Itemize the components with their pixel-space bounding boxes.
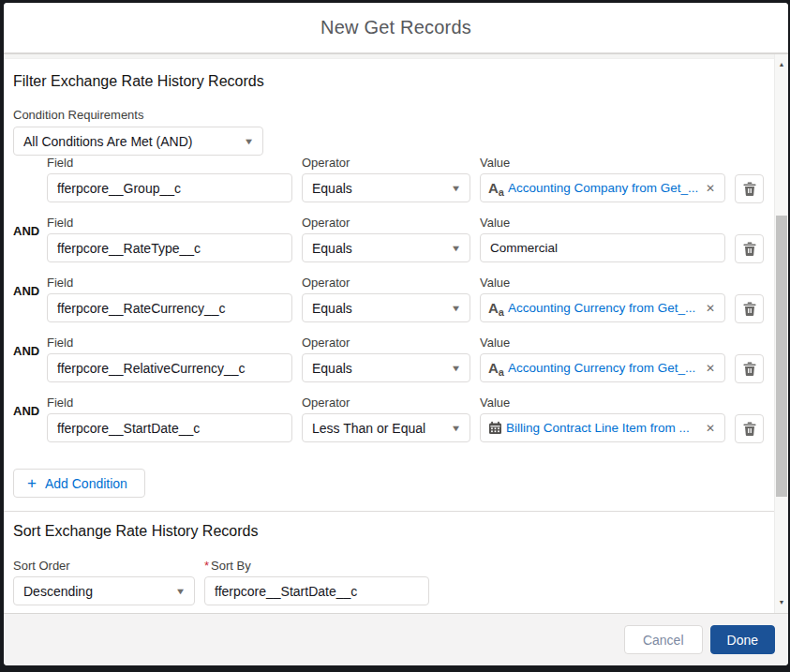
chevron-down-icon: ▼: [451, 244, 462, 253]
trash-icon: [743, 302, 756, 316]
field-value: fferpcore__Group__c: [57, 181, 181, 196]
operator-value: Equals: [312, 181, 444, 196]
and-column: [13, 156, 47, 162]
text-type-icon: Aa: [486, 181, 504, 196]
value-text: Billing Contract Line Item from ...: [502, 421, 698, 435]
remove-value-button[interactable]: ✕: [704, 421, 717, 436]
operator-select[interactable]: Equals ▼: [302, 353, 470, 382]
calendar-icon: [486, 421, 502, 435]
chevron-down-icon: ▼: [451, 364, 462, 373]
conditions-list: Field fferpcore__Group__c Operator Equal…: [13, 156, 765, 443]
condition-and-label: AND: [13, 404, 39, 418]
condition-row: AND Field fferpcore__StartDate__c Operat…: [13, 396, 765, 443]
add-condition-button[interactable]: + Add Condition: [13, 469, 145, 498]
value-input[interactable]: Aa Billing Contract Line Item from ...: [480, 413, 725, 442]
chevron-down-icon: ▼: [451, 424, 462, 433]
value-column-label: Value: [480, 216, 725, 230]
field-input[interactable]: fferpcore__RelativeCurrency__c: [47, 353, 292, 382]
operator-select[interactable]: Less Than or Equal ▼: [302, 413, 470, 442]
delete-condition-button[interactable]: [735, 414, 764, 443]
delete-condition-button[interactable]: [735, 174, 764, 203]
text-type-icon: Aa: [486, 301, 504, 316]
value-input[interactable]: Aa Accounting Currency from Get_...: [480, 353, 725, 382]
field-column-label: Field: [47, 396, 292, 410]
close-icon: ✕: [706, 302, 715, 315]
condition-requirements-select[interactable]: All Conditions Are Met (AND) ▼: [13, 127, 263, 156]
cancel-button[interactable]: Cancel: [624, 625, 703, 654]
condition-and-label: AND: [13, 284, 39, 298]
and-column: AND: [13, 396, 47, 419]
value-input[interactable]: Aa Commercial ✕: [480, 233, 725, 262]
trash-icon: [743, 422, 756, 436]
condition-row: AND Field fferpcore__RateCurrency__c Ope…: [13, 276, 765, 323]
remove-value-button[interactable]: ✕: [704, 301, 717, 316]
chevron-down-icon: ▼: [175, 587, 186, 596]
sort-by-input[interactable]: fferpcore__StartDate__c: [204, 576, 429, 605]
sort-by-label: *Sort By: [204, 559, 251, 573]
and-column: AND: [13, 216, 47, 239]
vertical-scrollbar[interactable]: ▲ ▼: [774, 54, 788, 613]
value-text: Accounting Currency from Get_...: [504, 361, 698, 375]
modal-header: New Get Records: [4, 3, 788, 54]
and-column: AND: [13, 276, 47, 299]
close-icon: ✕: [706, 422, 715, 435]
sort-order-select[interactable]: Descending ▼: [13, 576, 195, 605]
condition-requirements-label: Condition Requirements: [13, 108, 765, 122]
value-text: Commercial: [486, 241, 717, 255]
operator-column-label: Operator: [302, 396, 470, 410]
field-input[interactable]: fferpcore__StartDate__c: [47, 413, 292, 442]
trash-icon: [743, 242, 756, 256]
condition-row: AND Field fferpcore__RateType__c Operato…: [13, 216, 765, 263]
field-input[interactable]: fferpcore__RateCurrency__c: [47, 293, 292, 322]
remove-value-button[interactable]: ✕: [704, 361, 717, 376]
done-button[interactable]: Done: [710, 625, 775, 654]
value-text: Accounting Company from Get_...: [504, 181, 698, 195]
condition-and-label: AND: [13, 344, 39, 358]
chevron-down-icon: ▼: [244, 137, 255, 146]
operator-column-label: Operator: [302, 216, 470, 230]
operator-select[interactable]: Equals ▼: [302, 173, 470, 202]
operator-value: Less Than or Equal: [312, 421, 444, 436]
field-value: fferpcore__StartDate__c: [57, 421, 200, 436]
remove-value-button[interactable]: ✕: [704, 181, 717, 196]
section-divider: [4, 511, 774, 512]
operator-select[interactable]: Equals ▼: [302, 293, 470, 322]
required-asterisk: *: [204, 559, 209, 573]
operator-column-label: Operator: [302, 276, 470, 290]
chevron-down-icon: ▼: [451, 184, 462, 193]
value-column-label: Value: [480, 156, 725, 170]
modal-title: New Get Records: [320, 17, 471, 38]
plus-icon: +: [27, 474, 37, 493]
sort-order-value: Descending: [23, 584, 169, 599]
operator-select[interactable]: Equals ▼: [302, 233, 470, 262]
trash-icon: [743, 182, 756, 196]
operator-value: Equals: [312, 361, 444, 376]
value-input[interactable]: Aa Accounting Currency from Get_...: [480, 293, 725, 322]
field-value: fferpcore__RateCurrency__c: [57, 301, 226, 316]
new-get-records-modal: New Get Records Filter Exchange Rate His…: [4, 3, 788, 665]
scroll-down-arrow[interactable]: ▼: [775, 596, 788, 609]
and-column: AND: [13, 336, 47, 359]
header-recess-strip: [4, 54, 788, 59]
condition-and-label: AND: [13, 224, 39, 238]
field-column-label: Field: [47, 276, 292, 290]
field-value: fferpcore__RateType__c: [57, 241, 201, 256]
delete-condition-button[interactable]: [735, 294, 764, 323]
sort-section-title: Sort Exchange Rate History Records: [13, 523, 765, 540]
condition-row: Field fferpcore__Group__c Operator Equal…: [13, 156, 765, 203]
delete-condition-button[interactable]: [735, 354, 764, 383]
field-input[interactable]: fferpcore__RateType__c: [47, 233, 292, 262]
delete-condition-button[interactable]: [735, 234, 764, 263]
add-condition-label: Add Condition: [45, 476, 127, 491]
value-text: Accounting Currency from Get_...: [504, 301, 698, 315]
operator-column-label: Operator: [302, 156, 470, 170]
scroll-up-arrow[interactable]: ▲: [775, 58, 788, 71]
value-column-label: Value: [480, 396, 725, 410]
value-input[interactable]: Aa Accounting Company from Get_... ✕: [480, 173, 725, 202]
modal-footer: Cancel Done: [4, 613, 788, 665]
sort-labels-row: Sort Order *Sort By: [13, 559, 765, 573]
sort-order-label: Sort Order: [13, 559, 204, 573]
scrollbar-thumb[interactable]: [776, 216, 787, 497]
operator-column-label: Operator: [302, 336, 470, 350]
field-input[interactable]: fferpcore__Group__c: [47, 173, 292, 202]
